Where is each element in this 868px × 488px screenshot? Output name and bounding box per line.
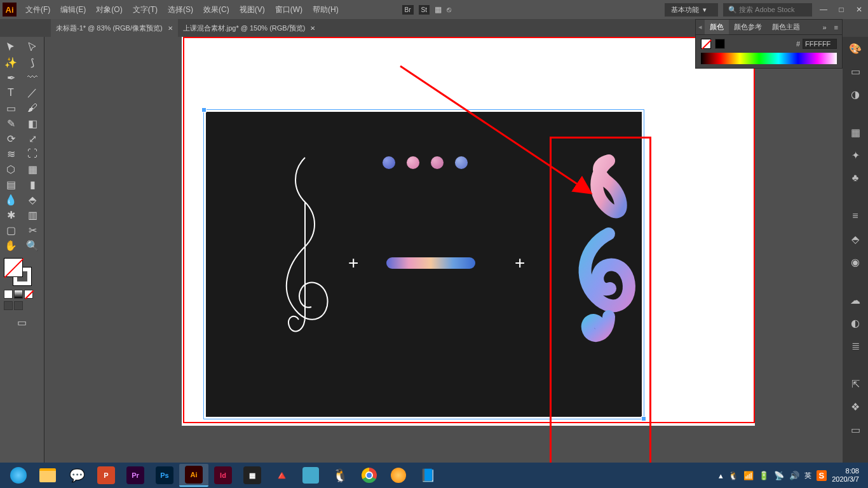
stroke-panel-icon[interactable]: ♣ <box>846 169 864 187</box>
free-transform-tool[interactable]: ⛶ <box>22 146 43 161</box>
tray-qq-icon[interactable]: 🐧 <box>728 471 738 480</box>
gradient-mode-button[interactable] <box>14 290 23 299</box>
taskbar-app-media[interactable]: ▦ <box>238 464 267 487</box>
mesh-tool[interactable]: ▤ <box>0 177 22 192</box>
rectangle-tool[interactable]: ▭ <box>0 100 22 116</box>
color-panel-tab-color[interactable]: 颜色 <box>705 20 729 34</box>
hand-tool[interactable]: ✋ <box>0 238 22 253</box>
taskbar-app-indesign[interactable]: Id <box>208 464 238 487</box>
window-minimize[interactable]: — <box>817 4 830 15</box>
fill-indicator[interactable] <box>701 39 711 49</box>
links-panel-icon[interactable]: ▭ <box>846 421 864 438</box>
canvas[interactable]: + + 83% ▾ <box>44 37 843 478</box>
shape-builder-tool[interactable]: ⬡ <box>0 161 22 177</box>
taskbar-app-premiere[interactable]: Pr <box>121 464 150 487</box>
close-icon[interactable]: ✕ <box>310 25 315 32</box>
taskbar-app-tool2[interactable] <box>296 464 325 487</box>
tray-volume-icon[interactable]: 🔊 <box>789 471 799 480</box>
slice-tool[interactable]: ✂ <box>22 222 43 238</box>
brushes-panel-icon[interactable]: ▦ <box>846 123 864 141</box>
taskbar-app-powerpoint[interactable]: P <box>92 464 121 487</box>
magic-wand-tool[interactable]: ✨ <box>0 55 22 70</box>
menu-window[interactable]: 窗口(W) <box>270 4 308 15</box>
gpu-icon[interactable]: ⎋ <box>447 5 451 14</box>
fill-stroke-swatch[interactable]: ▭ <box>0 253 44 334</box>
taskbar-app-wechat[interactable]: 💬 <box>62 464 92 487</box>
taskbar-app-illustrator[interactable]: Ai <box>179 464 208 487</box>
fill-swatch[interactable] <box>4 258 23 277</box>
graph-tool[interactable]: ▥ <box>22 207 43 222</box>
panel-menu-icon[interactable]: ≡ <box>831 24 842 31</box>
type-tool[interactable]: T <box>0 85 22 100</box>
properties-panel-icon[interactable]: ▭ <box>846 62 864 80</box>
align-panel-icon[interactable]: ≡ <box>846 207 864 225</box>
lasso-tool[interactable]: ⟆ <box>22 55 43 70</box>
layers-panel-icon[interactable]: ≣ <box>846 337 864 355</box>
color-spectrum[interactable] <box>701 53 837 64</box>
line-tool[interactable]: ／ <box>22 85 43 100</box>
clock[interactable]: 8:08 2020/3/7 <box>832 467 859 484</box>
bridge-icon[interactable]: Br <box>402 5 414 15</box>
symbols-panel-icon[interactable]: ✦ <box>846 146 864 164</box>
transform-panel-icon[interactable]: ⬘ <box>846 230 864 248</box>
taskbar-app-photoshop[interactable]: Ps <box>150 464 179 487</box>
menu-edit[interactable]: 编辑(E) <box>55 4 91 15</box>
tray-expand-icon[interactable]: ▴ <box>719 471 723 480</box>
draw-normal-button[interactable] <box>4 301 13 310</box>
asset-export-icon[interactable]: ⇱ <box>846 375 864 393</box>
width-tool[interactable]: ≋ <box>0 146 22 161</box>
curvature-tool[interactable]: 〰 <box>22 70 43 85</box>
menu-type[interactable]: 文字(T) <box>128 4 163 15</box>
workspace-switcher[interactable]: 基本功能 ▾ <box>665 3 718 17</box>
gradient-tool[interactable]: ▮ <box>22 177 43 192</box>
tray-sogou-icon[interactable]: S <box>817 471 827 480</box>
taskbar-app-folder[interactable]: 📘 <box>413 464 442 487</box>
taskbar-app-chrome[interactable] <box>355 464 384 487</box>
menu-help[interactable]: 帮助(H) <box>308 4 344 15</box>
menu-view[interactable]: 视图(V) <box>234 4 270 15</box>
swatches-panel-icon[interactable]: ◑ <box>846 85 864 103</box>
hex-input[interactable] <box>803 39 837 49</box>
perspective-tool[interactable]: ▦ <box>22 161 43 177</box>
scale-tool[interactable]: ⤢ <box>22 131 43 146</box>
taskbar-app-qq[interactable]: 🐧 <box>325 464 355 487</box>
appearance-panel-icon[interactable]: ◉ <box>846 253 864 271</box>
blend-tool[interactable]: ⬘ <box>22 192 43 207</box>
taskbar-app-browser[interactable] <box>4 464 33 487</box>
taskbar-app-tool3[interactable] <box>384 464 413 487</box>
tray-battery-icon[interactable]: 🔋 <box>759 471 769 480</box>
menu-file[interactable]: 文件(F) <box>20 4 55 15</box>
document-tab-1[interactable]: 未标题-1* @ 83% (RGB/像素预览) ✕ <box>51 19 178 37</box>
shaper-tool[interactable]: ✎ <box>0 116 22 131</box>
panel-collapse-icon[interactable]: » <box>818 24 830 31</box>
pen-tool[interactable]: ✒ <box>0 70 22 85</box>
selection-tool[interactable] <box>0 39 22 55</box>
tray-network-icon[interactable]: 📶 <box>743 471 754 480</box>
window-close[interactable]: ✕ <box>853 4 865 15</box>
taskbar-app-tool1[interactable]: 🔺 <box>267 464 296 487</box>
arrange-icon[interactable]: ▦ <box>435 5 442 14</box>
graphic-styles-icon[interactable]: ◐ <box>846 314 864 332</box>
eyedropper-tool[interactable]: 💧 <box>0 192 22 207</box>
menu-object[interactable]: 对象(O) <box>91 4 127 15</box>
rotate-tool[interactable]: ⟳ <box>0 131 22 146</box>
symbol-sprayer-tool[interactable]: ✱ <box>0 207 22 222</box>
draw-behind-button[interactable] <box>14 301 23 310</box>
artboard-tool[interactable]: ▢ <box>0 222 22 238</box>
zoom-tool[interactable]: 🔍 <box>22 238 43 253</box>
color-mode-button[interactable] <box>4 290 13 299</box>
color-panel-tab-guide[interactable]: 颜色参考 <box>729 20 767 34</box>
cc-libraries-icon[interactable]: ☁ <box>846 291 864 309</box>
artboards-panel-icon[interactable]: ❖ <box>846 398 864 416</box>
ime-indicator[interactable]: 英 <box>804 471 811 480</box>
paintbrush-tool[interactable]: 🖌 <box>22 100 43 116</box>
tray-wifi-icon[interactable]: 📡 <box>774 471 784 480</box>
color-panel-icon[interactable]: 🎨 <box>846 39 864 57</box>
eraser-tool[interactable]: ◧ <box>22 116 43 131</box>
screen-mode-button[interactable]: ▭ <box>17 316 27 329</box>
search-stock-input[interactable]: 🔍 搜索 Adobe Stock <box>723 3 812 17</box>
color-panel-tab-themes[interactable]: 颜色主题 <box>767 20 805 34</box>
none-mode-button[interactable] <box>24 290 33 299</box>
document-tab-2[interactable]: 上课混合素材.jpg* @ 150% (RGB/预览) ✕ <box>178 19 321 37</box>
stock-icon[interactable]: St <box>419 5 430 15</box>
